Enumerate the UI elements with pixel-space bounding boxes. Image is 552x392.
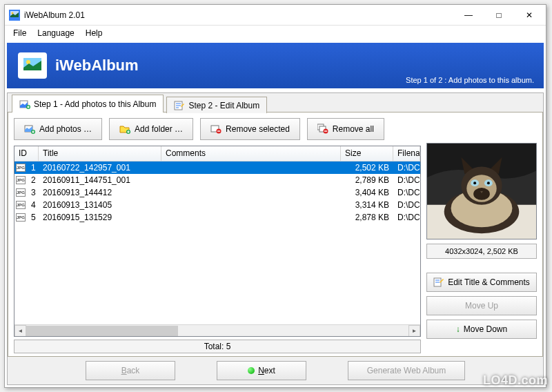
cell-title: 20160913_131405 [39, 199, 161, 210]
arrow-down-icon: ↓ [456, 324, 460, 334]
cell-title: 20160722_142957_001 [39, 162, 161, 173]
cell-comments [161, 217, 341, 218]
edit-title-comments-button[interactable]: Edit Title & Comments [426, 273, 537, 292]
cell-size: 2,878 KB [341, 212, 393, 223]
svg-rect-18 [324, 130, 327, 131]
col-filename[interactable]: Filename [393, 146, 420, 161]
cell-comments [161, 179, 341, 181]
cell-title: 20160913_144412 [39, 187, 161, 198]
cell-id: 4 [27, 199, 39, 210]
app-icon [9, 10, 20, 21]
add-folder-icon [119, 124, 130, 135]
horizontal-scrollbar[interactable]: ◄ ► [14, 324, 420, 336]
move-up-button: Move Up [426, 296, 537, 315]
jpg-icon: JPG [14, 213, 27, 222]
jpg-icon: JPG [14, 188, 27, 197]
table-row[interactable]: JPG320160913_1444123,404 KBD:\DCIM\C [14, 186, 420, 199]
svg-point-28 [473, 182, 476, 184]
table-header: ID Title Comments Size Filename [14, 146, 420, 161]
jpg-icon: JPG [14, 164, 27, 172]
cell-id: 5 [27, 212, 39, 223]
jpg-icon: JPG [14, 176, 27, 184]
add-folder-button[interactable]: Add folder … [109, 118, 193, 140]
svg-point-29 [487, 182, 490, 184]
menu-help[interactable]: Help [80, 27, 108, 39]
remove-all-icon [317, 124, 328, 135]
cell-size: 2,789 KB [341, 175, 393, 186]
table-row[interactable]: JPG120160722_142957_0012,502 KBD:\DCIM\C [14, 161, 420, 174]
cell-size: 3,404 KB [341, 187, 393, 198]
remove-all-button[interactable]: Remove all [307, 118, 384, 140]
col-size[interactable]: Size [341, 146, 393, 161]
cell-id: 2 [27, 175, 39, 186]
col-comments[interactable]: Comments [161, 146, 341, 161]
svg-point-25 [473, 188, 490, 200]
cell-title: 20160911_144751_001 [39, 175, 161, 186]
next-button[interactable]: Next [217, 361, 306, 380]
photo-table[interactable]: ID Title Comments Size Filename JPG12016… [14, 146, 421, 337]
cell-filename: D:\DCIM\C [393, 212, 420, 223]
footer: Back Next Generate Web Album [8, 357, 543, 384]
menubar: File Language Help [5, 26, 546, 41]
add-photos-icon [24, 124, 35, 135]
titlebar: iWebAlbum 2.01 — □ ✕ [5, 5, 546, 26]
menu-file[interactable]: File [8, 27, 32, 39]
banner-step-text: Step 1 of 2 : Add photos to this album. [406, 76, 534, 84]
tab-step1[interactable]: Step 1 - Add photos to this Album [12, 95, 164, 112]
banner: iWebAlbum Step 1 of 2 : Add photos to th… [7, 43, 544, 88]
cell-filename: D:\DCIM\C [393, 162, 420, 173]
svg-rect-14 [217, 130, 220, 131]
scroll-left-arrow[interactable]: ◄ [14, 325, 26, 337]
tab-step2[interactable]: Step 2 - Edit Album [166, 97, 267, 113]
tab-step2-label: Step 2 - Edit Album [188, 101, 259, 110]
next-icon [248, 367, 255, 374]
edit-album-icon [174, 100, 185, 111]
add-photos-button[interactable]: Add photos … [14, 118, 102, 140]
move-down-button[interactable]: ↓ Move Down [426, 320, 537, 339]
cell-filename: D:\DCIM\C [393, 175, 420, 186]
minimize-button[interactable]: — [453, 6, 484, 25]
toolbar: Add photos … Add folder … Remove selecte… [14, 118, 421, 140]
remove-selected-icon [210, 124, 221, 135]
cell-comments [161, 167, 341, 168]
jpg-icon: JPG [14, 201, 27, 209]
cell-title: 20160915_131529 [39, 212, 161, 223]
banner-title: iWebAlbum [55, 57, 139, 75]
menu-language[interactable]: Language [32, 27, 79, 39]
window-title: iWebAlbum 2.01 [24, 10, 453, 20]
cell-id: 3 [27, 187, 39, 198]
banner-logo [18, 52, 47, 79]
edit-icon [433, 277, 444, 288]
close-button[interactable]: ✕ [514, 6, 544, 25]
col-title[interactable]: Title [39, 146, 161, 161]
table-row[interactable]: JPG420160913_1314053,314 KBD:\DCIM\C [14, 199, 420, 211]
tabbar: Step 1 - Add photos to this Album Step 2… [8, 92, 543, 112]
maximize-button[interactable]: □ [484, 6, 514, 25]
svg-point-5 [26, 60, 30, 64]
scroll-thumb[interactable] [26, 326, 178, 336]
col-id[interactable]: ID [14, 146, 39, 161]
cell-filename: D:\DCIM\C [393, 199, 420, 210]
cell-size: 2,502 KB [341, 162, 393, 173]
cell-id: 1 [27, 162, 39, 173]
tab-step1-label: Step 1 - Add photos to this Album [34, 99, 156, 109]
photo-add-icon [19, 99, 30, 110]
generate-button: Generate Web Album [348, 361, 465, 380]
cell-size: 3,314 KB [341, 199, 393, 210]
total-bar: Total: 5 [14, 340, 421, 353]
table-row[interactable]: JPG220160911_144751_0012,789 KBD:\DCIM\C [14, 174, 420, 186]
cell-comments [161, 192, 341, 193]
preview-info: 4032x3024, 2,502 KB [426, 244, 537, 259]
preview-image [426, 143, 537, 239]
scroll-right-arrow[interactable]: ► [408, 325, 420, 337]
back-button: Back [86, 361, 175, 380]
cell-filename: D:\DCIM\C [393, 187, 420, 198]
cell-comments [161, 204, 341, 206]
remove-selected-button[interactable]: Remove selected [200, 118, 300, 140]
table-row[interactable]: JPG520160915_1315292,878 KBD:\DCIM\C [14, 211, 420, 224]
